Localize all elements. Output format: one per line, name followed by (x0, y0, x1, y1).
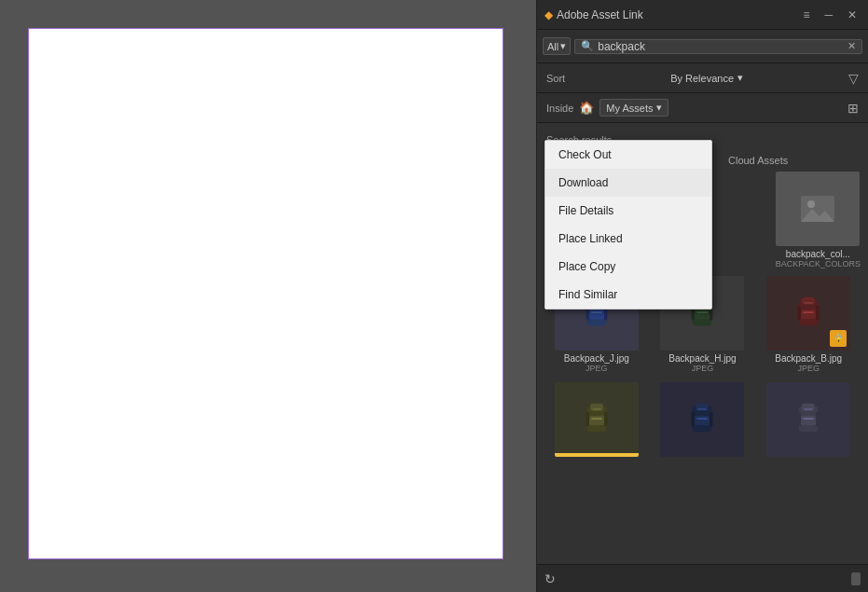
backpack-gray-icon (790, 401, 827, 438)
context-menu-item-file-details[interactable]: File Details (545, 197, 711, 225)
svg-rect-47 (816, 411, 819, 426)
svg-rect-45 (805, 408, 813, 410)
svg-rect-38 (692, 411, 695, 426)
asset-thumb-backpack-b: 🔒 (766, 276, 850, 351)
grid-view-button[interactable]: ⊞ (847, 101, 859, 116)
adobe-asset-link-panel: ◆ Adobe Asset Link ≡ ─ ✕ All ▾ 🔍 ✕ Sort … (536, 0, 868, 592)
panel-minimize-button[interactable]: ─ (820, 7, 836, 23)
svg-rect-10 (592, 323, 600, 325)
svg-rect-50 (805, 429, 813, 432)
svg-rect-32 (589, 416, 604, 425)
svg-rect-48 (801, 416, 816, 425)
svg-rect-40 (695, 416, 710, 425)
canvas-area (0, 0, 536, 592)
svg-rect-18 (698, 323, 707, 325)
panel-topbar: ◆ Adobe Asset Link ≡ ─ ✕ (537, 0, 868, 30)
asset-thumb-row2-2 (766, 382, 850, 457)
inside-bar: Inside 🏠 My Assets ▾ ⊞ (537, 93, 868, 123)
panel-close-button[interactable]: ✕ (844, 7, 861, 23)
backpack-olive-icon (578, 401, 615, 438)
asset-item-backpack-row2-0[interactable] (546, 382, 647, 457)
image-placeholder-icon (799, 190, 836, 227)
context-menu-item-check-out[interactable]: Check Out (545, 141, 711, 169)
content-area[interactable]: Search results Check Out Download File D… (537, 123, 868, 564)
assets-grid-row2 (544, 380, 861, 459)
svg-rect-34 (592, 429, 600, 432)
inside-label: Inside (546, 103, 573, 114)
asset-type-backpack-b: JPEG (797, 364, 820, 373)
asset-type-backpack-j: JPEG (586, 364, 608, 373)
inside-left: Inside 🏠 My Assets ▾ (546, 99, 668, 117)
asset-name-backpack-b: Backpack_B.jpg (775, 353, 842, 364)
context-menu-item-download[interactable]: Download (545, 169, 711, 197)
filter-icon[interactable]: ▽ (848, 71, 859, 86)
svg-rect-33 (591, 418, 601, 420)
panel-menu-button[interactable]: ≡ (799, 7, 813, 23)
asset-type-backpack-h: JPEG (692, 364, 714, 373)
svg-rect-8 (589, 310, 604, 319)
context-menu-item-place-linked[interactable]: Place Linked (545, 225, 711, 253)
search-input-wrapper: 🔍 ✕ (574, 39, 862, 54)
svg-rect-29 (592, 408, 600, 410)
search-clear-button[interactable]: ✕ (847, 40, 856, 52)
home-icon: 🏠 (579, 101, 594, 115)
asset-name-backpack-j: Backpack_J.jpg (564, 353, 629, 364)
canvas-page (28, 28, 503, 559)
progress-bar (555, 453, 639, 457)
refresh-icon[interactable]: ↻ (544, 571, 556, 586)
panel-controls: ≡ ─ ✕ (799, 7, 861, 23)
svg-rect-41 (697, 418, 708, 420)
asset-link-icon: ◆ (544, 8, 553, 21)
sort-chevron-icon: ▾ (737, 72, 743, 84)
bottom-bar: ↻ (537, 564, 868, 592)
inside-path-chevron: ▾ (656, 102, 662, 114)
svg-rect-22 (798, 305, 801, 320)
svg-rect-16 (695, 310, 710, 319)
svg-rect-31 (604, 411, 607, 426)
context-menu: Check Out Download File Details Place Li… (544, 140, 712, 310)
svg-rect-49 (803, 418, 813, 420)
svg-rect-21 (805, 302, 813, 304)
search-input[interactable] (598, 40, 844, 53)
svg-point-1 (807, 200, 815, 208)
svg-rect-30 (586, 411, 588, 426)
cloud-assets-label: Cloud Assets (728, 155, 788, 166)
backpack-red-icon (790, 295, 827, 332)
search-type-select[interactable]: All ▾ (543, 37, 571, 55)
svg-rect-17 (697, 311, 708, 313)
search-icon: 🔍 (581, 40, 594, 52)
context-menu-item-place-copy[interactable]: Place Copy (545, 253, 711, 281)
panel-title-area: ◆ Adobe Asset Link (544, 8, 643, 21)
asset-name-backpack-col: backpack_col... (786, 249, 850, 259)
panel-title: Adobe Asset Link (557, 8, 643, 21)
svg-rect-46 (798, 411, 801, 426)
sort-value: By Relevance (670, 73, 734, 84)
svg-rect-25 (803, 311, 813, 313)
svg-rect-26 (805, 323, 813, 325)
sort-select[interactable]: By Relevance ▾ (670, 72, 743, 84)
svg-rect-24 (801, 310, 816, 319)
backpack-navy-icon (683, 401, 721, 438)
sort-bar: Sort By Relevance ▾ ▽ (537, 63, 868, 93)
asset-thumb-backpack-col (776, 172, 860, 246)
svg-rect-42 (698, 429, 707, 432)
svg-rect-37 (698, 408, 707, 410)
asset-name-backpack-h: Backpack_H.jpg (668, 353, 736, 364)
inside-path-select[interactable]: My Assets ▾ (599, 99, 668, 117)
asset-item-backpack-row2-1[interactable] (653, 382, 753, 457)
asset-item-backpack-col[interactable]: backpack_col... BACKPACK_COLORS (776, 172, 861, 268)
asset-type-backpack-col: BACKPACK_COLORS (776, 259, 861, 268)
search-bar: All ▾ 🔍 ✕ (537, 30, 868, 63)
search-type-label: All (547, 41, 558, 52)
asset-item-backpack-b[interactable]: 🔒 Backpack_B.jpg JPEG (758, 276, 859, 373)
svg-rect-9 (591, 311, 601, 313)
context-menu-item-find-similar[interactable]: Find Similar (545, 281, 711, 309)
search-type-chevron: ▾ (560, 40, 566, 52)
inside-path-value: My Assets (606, 103, 653, 114)
asset-item-backpack-row2-2[interactable] (758, 382, 859, 457)
asset-thumb-row2-1 (660, 382, 744, 457)
asset-thumb-row2-0 (555, 382, 639, 457)
scroll-indicator (851, 572, 861, 585)
sort-label: Sort (546, 73, 565, 84)
lock-badge: 🔒 (830, 330, 847, 347)
